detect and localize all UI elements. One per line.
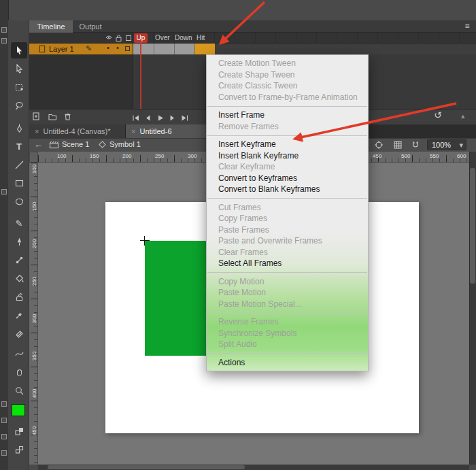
collapsed-panel-icon[interactable] [1,450,7,456]
hand-icon [14,367,24,377]
menu-item-paste-overwrite-frames: Paste and Overwrite Frames [207,235,368,247]
playhead-marker[interactable]: Up [134,33,148,43]
show-hide-layers-icon[interactable] [105,34,113,41]
text-tool[interactable]: T [11,138,27,154]
default-colors-button[interactable] [11,441,27,458]
ruler-number: 600 [457,153,466,159]
delete-layer-button[interactable] [61,110,73,122]
panel-menu-icon[interactable]: ≡ [461,21,473,32]
frame-divider [174,44,175,54]
menu-item-convert-to-keyframes[interactable]: Convert to Keyframes [207,173,368,184]
vertical-scrollbar-thumb[interactable] [470,168,475,284]
loop-playback-icon[interactable]: ↺ [434,110,442,120]
first-frame-button[interactable] [129,112,141,124]
selection-tool[interactable] [11,42,27,58]
brush-icon [14,237,24,247]
collapsed-panel-icon[interactable] [1,401,7,407]
ruler-number: 300 [31,312,37,326]
menu-item-copy-frames: Copy Frames [207,213,368,224]
new-layer-button[interactable] [30,110,42,122]
last-frame-button[interactable] [178,112,190,124]
zoom-tool[interactable] [11,382,27,399]
scene-icon [49,140,59,149]
brush-tool[interactable] [11,233,27,250]
menu-separator [207,198,367,199]
pencil-icon: ✎ [16,218,23,229]
center-stage-icon[interactable] [374,140,384,150]
trash-icon [63,112,72,121]
snap-magnet-icon[interactable] [411,140,420,150]
paint-bucket-tool[interactable] [11,270,27,286]
ruler-number: 100 [31,163,37,176]
selected-frame-cell[interactable] [194,44,215,54]
back-arrow-icon[interactable]: ← [34,139,43,150]
menu-item-split-audio: Split Audio [207,339,368,350]
close-tab-icon[interactable]: × [35,127,39,135]
breadcrumb-scene[interactable]: Scene 1 [62,140,89,148]
breadcrumb-symbol[interactable]: Symbol 1 [109,140,141,148]
width-tool[interactable] [11,346,27,362]
doc-tab-untitled-6[interactable]: ×Untitled-6 (Canvas)* [126,124,211,138]
menu-item-insert-frame[interactable]: Insert Frame [207,110,368,121]
pencil-tool[interactable]: ✎ [11,215,27,231]
symbol-icon [98,140,107,149]
line-tool[interactable] [11,156,27,173]
collapsed-panel-icon[interactable] [1,189,7,195]
tab-output[interactable]: Output [73,20,108,33]
oval-icon [14,197,24,207]
previous-frame-button[interactable] [141,112,154,124]
menu-item-insert-blank-keyframe[interactable]: Insert Blank Keyframe [207,150,368,162]
last-frame-icon [180,114,189,122]
free-transform-tool[interactable] [11,79,27,95]
fill-color-swatch[interactable] [12,404,25,416]
menu-item-select-all-frames[interactable]: Select All Frames [207,258,368,269]
playhead-line[interactable] [140,43,141,109]
collapsed-panel-icon[interactable] [1,27,7,33]
layer-visibility-dot-icon[interactable]: • [107,44,109,52]
lock-layers-icon[interactable] [114,34,123,42]
hand-tool[interactable] [11,364,27,380]
timeline-zoom-handle-icon[interactable]: ▴ [461,112,465,120]
ruler-number: 100 [57,153,66,159]
ink-bottle-tool[interactable] [11,288,27,305]
collapsed-panel-icon[interactable] [1,38,7,44]
menu-item-clear-keyframe: Clear Keyframe [207,161,368,173]
next-frame-button[interactable] [166,112,178,124]
tab-timeline[interactable]: Timeline [29,20,73,33]
zoom-level-select[interactable]: 100% ▾ [427,139,466,150]
grid-icon[interactable] [393,140,403,150]
ink-bottle-icon [14,292,24,302]
green-rectangle-shape[interactable] [145,241,211,356]
layer-name-label[interactable]: Layer 1 [49,45,74,53]
play-button[interactable] [154,112,166,124]
pen-tool[interactable] [11,120,27,136]
layer-lock-dot-icon[interactable]: • [116,44,119,52]
doc-tab-untitled-4[interactable]: ×Untitled-4 (Canvas)* [29,124,126,138]
ruler-number: 150 [31,200,37,214]
menu-item-cut-frames: Cut Frames [207,202,368,214]
draw-cursor-crosshair [144,236,145,246]
bone-tool[interactable] [11,252,27,268]
pen-nib-icon [14,123,24,133]
lasso-tool[interactable] [11,97,27,114]
collapsed-panel-icon[interactable] [1,418,7,423]
frame-label-hit: Hit [197,34,205,41]
menu-item-insert-keyframe[interactable]: Insert Keyframe [207,139,368,150]
rectangle-tool[interactable] [11,175,27,191]
outline-layers-icon[interactable] [124,34,133,42]
subselection-arrow-icon [14,64,24,74]
layer-outline-color-chip[interactable] [125,46,130,51]
horizontal-scrollbar-thumb[interactable] [48,465,245,469]
collapsed-panel-icon[interactable] [1,434,7,439]
menu-item-actions[interactable]: Actions [207,357,368,369]
eyedropper-tool[interactable] [11,307,27,323]
new-folder-button[interactable] [46,110,58,122]
menu-item-convert-to-blank-keyframes[interactable]: Convert to Blank Keyframes [207,184,368,195]
eraser-tool[interactable] [11,325,27,341]
menu-separator [207,353,367,354]
animate-app-window: T ✎ Timeline Output [0,0,476,470]
swap-colors-button[interactable] [11,423,27,439]
close-tab-icon[interactable]: × [131,127,135,135]
subselection-tool[interactable] [11,61,27,77]
oval-tool[interactable] [11,193,27,209]
